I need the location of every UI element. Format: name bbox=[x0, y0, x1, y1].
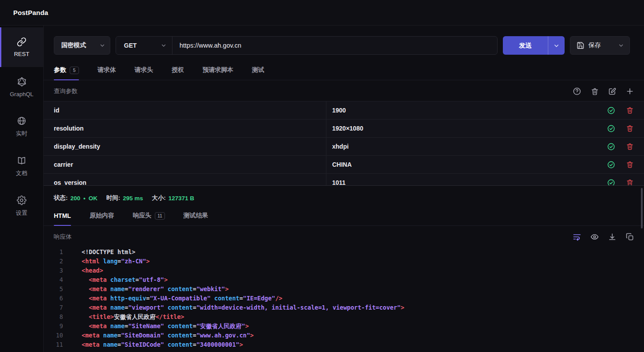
tab-response-headers-label: 响应头 bbox=[133, 212, 151, 220]
param-delete-icon[interactable] bbox=[625, 178, 634, 185]
code-line: 5 <meta name="renderer" content="webkit"… bbox=[44, 285, 644, 294]
param-key-cell[interactable]: display_density bbox=[44, 138, 326, 155]
tab-request-body[interactable]: 请求体 bbox=[97, 66, 116, 80]
param-enabled-check-icon[interactable] bbox=[607, 178, 615, 185]
response-body-header: 响应体 bbox=[54, 232, 634, 242]
line-number: 7 bbox=[44, 303, 63, 312]
preview-eye-icon[interactable] bbox=[590, 232, 599, 241]
param-row: display_densityxhdpi bbox=[44, 138, 644, 156]
sidebar-item-label: 文档 bbox=[16, 169, 27, 177]
line-number: 9 bbox=[44, 322, 63, 331]
save-options-chevron-icon[interactable] bbox=[618, 42, 624, 49]
download-icon[interactable] bbox=[608, 232, 617, 241]
sidebar: REST GraphQL 实时 文档 bbox=[0, 26, 44, 352]
param-delete-icon[interactable] bbox=[625, 142, 634, 151]
send-label: 发送 bbox=[503, 36, 548, 55]
sidebar-item-graphql[interactable]: GraphQL bbox=[0, 67, 43, 107]
crypto-mode-select[interactable]: 国密模式 bbox=[54, 36, 110, 55]
tab-response-html-label: HTML bbox=[54, 212, 71, 219]
tab-params[interactable]: 参数 5 bbox=[54, 66, 79, 80]
line-number: 1 bbox=[44, 247, 63, 257]
param-enabled-check-icon[interactable] bbox=[607, 160, 615, 169]
param-row: carrierCHINA bbox=[44, 156, 644, 174]
graphql-icon bbox=[17, 77, 27, 87]
param-delete-icon[interactable] bbox=[625, 106, 634, 115]
param-key-cell[interactable]: carrier bbox=[44, 156, 326, 173]
code-line: 8 <title>安徽省人民政府</title> bbox=[44, 312, 644, 322]
chevron-down-icon bbox=[99, 42, 105, 49]
tab-response-headers[interactable]: 响应头 11 bbox=[133, 212, 165, 225]
copy-icon[interactable] bbox=[625, 232, 634, 241]
code-line: 2<html lang="zh-CN"> bbox=[44, 257, 644, 266]
method-select[interactable]: GET bbox=[116, 37, 172, 54]
tab-auth[interactable]: 授权 bbox=[172, 66, 184, 80]
code-line: 6 <meta http-equiv="X-UA-Compatible" con… bbox=[44, 294, 644, 303]
tab-test-results[interactable]: 测试结果 bbox=[183, 212, 208, 225]
param-enabled-check-icon[interactable] bbox=[607, 142, 615, 151]
save-button[interactable]: 保存 bbox=[570, 36, 630, 55]
line-number: 6 bbox=[44, 294, 63, 303]
sidebar-item-label: 设置 bbox=[16, 209, 27, 217]
time-value: 295 ms bbox=[123, 195, 143, 202]
tab-response-html[interactable]: HTML bbox=[54, 212, 71, 225]
tab-prerequest-script[interactable]: 预请求脚本 bbox=[202, 66, 233, 80]
param-delete-icon[interactable] bbox=[625, 124, 634, 133]
code-viewer[interactable]: 1<!DOCTYPE html>2<html lang="zh-CN">3<he… bbox=[44, 247, 644, 349]
chevron-down-icon bbox=[161, 42, 167, 49]
tab-request-headers[interactable]: 请求头 bbox=[135, 66, 153, 80]
status-label: 状态: bbox=[54, 194, 68, 202]
line-number: 8 bbox=[44, 312, 63, 322]
tab-tests[interactable]: 测试 bbox=[252, 66, 264, 80]
topbar: PostPanda bbox=[0, 0, 644, 26]
delete-all-params-icon[interactable] bbox=[590, 87, 599, 96]
url-input[interactable] bbox=[172, 37, 497, 54]
param-key-cell[interactable]: id bbox=[44, 101, 326, 119]
add-param-icon[interactable] bbox=[625, 87, 634, 96]
params-table: id1900resolution1920×1080display_density… bbox=[44, 101, 644, 185]
gear-icon bbox=[17, 195, 26, 205]
word-wrap-icon[interactable] bbox=[573, 232, 581, 241]
sidebar-item-docs[interactable]: 文档 bbox=[0, 146, 43, 186]
app-logo: PostPanda bbox=[13, 9, 48, 16]
book-icon bbox=[17, 156, 26, 165]
response-status-bar: 状态: 200 • OK 时间: 295 ms 大小: 127371 B bbox=[54, 194, 644, 202]
line-number: 10 bbox=[44, 331, 63, 340]
sidebar-item-label: 实时 bbox=[16, 130, 27, 138]
param-key-cell[interactable]: os_version bbox=[44, 174, 326, 185]
code-line: 1<!DOCTYPE html> bbox=[44, 247, 644, 257]
time-label: 时间: bbox=[106, 194, 120, 202]
request-tabs: 参数 5 请求体 请求头 授权 预请求脚本 测试 bbox=[44, 66, 644, 80]
code-line: 7 <meta name="viewport" content="width=d… bbox=[44, 303, 644, 312]
param-key-cell[interactable]: resolution bbox=[44, 120, 326, 137]
param-row: id1900 bbox=[44, 101, 644, 120]
tab-response-raw[interactable]: 原始内容 bbox=[90, 212, 114, 225]
response-panel: 状态: 200 • OK 时间: 295 ms 大小: 127371 B bbox=[44, 185, 644, 352]
main-area: 国密模式 GET 发送 bbox=[44, 26, 644, 352]
param-value-cell[interactable]: 1011 bbox=[326, 179, 607, 185]
param-enabled-check-icon[interactable] bbox=[607, 106, 615, 115]
sidebar-item-rest[interactable]: REST bbox=[0, 27, 43, 67]
param-delete-icon[interactable] bbox=[625, 160, 634, 169]
send-options-chevron-icon[interactable] bbox=[548, 36, 565, 55]
code-line: 11<meta name="SiteIDCode" content="34000… bbox=[44, 340, 644, 349]
method-label: GET bbox=[124, 42, 137, 49]
code-line: 4 <meta charset="utf-8"> bbox=[44, 275, 644, 285]
sidebar-item-settings[interactable]: 设置 bbox=[0, 186, 43, 226]
bulk-edit-icon[interactable] bbox=[608, 87, 617, 96]
param-value-cell[interactable]: 1900 bbox=[326, 107, 607, 114]
param-value-cell[interactable]: 1920×1080 bbox=[326, 125, 607, 132]
help-icon[interactable] bbox=[573, 87, 581, 96]
request-panel: 国密模式 GET 发送 bbox=[44, 26, 644, 185]
param-enabled-check-icon[interactable] bbox=[607, 124, 615, 133]
param-value-cell[interactable]: xhdpi bbox=[326, 143, 607, 150]
size-label: 大小: bbox=[152, 194, 166, 202]
send-button[interactable]: 发送 bbox=[503, 36, 565, 55]
vertical-scrollbar[interactable] bbox=[641, 188, 643, 228]
tab-response-raw-label: 原始内容 bbox=[90, 212, 114, 220]
params-count-badge: 5 bbox=[70, 67, 79, 74]
param-value-cell[interactable]: CHINA bbox=[326, 161, 607, 168]
tab-tests-label: 测试 bbox=[252, 66, 264, 74]
sidebar-item-realtime[interactable]: 实时 bbox=[0, 107, 43, 146]
query-params-header: 查询参数 bbox=[54, 86, 634, 97]
save-icon bbox=[577, 41, 584, 49]
